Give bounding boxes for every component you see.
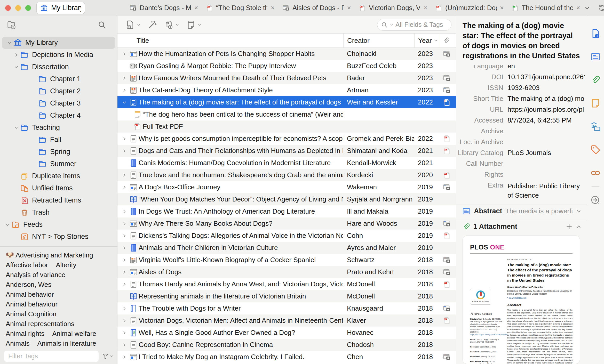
chevron-down-icon[interactable] (576, 208, 582, 214)
item-row[interactable]: Canis Modernis: Human/Dog Coevolution in… (117, 157, 456, 169)
item-info-icon[interactable] (590, 28, 601, 39)
chevron-right-icon[interactable] (121, 209, 128, 214)
item-row[interactable]: Dogs and Cats and Their Relationships wi… (117, 145, 456, 157)
field-value[interactable]: Publisher: Public Library of Science (503, 180, 585, 200)
tag-selector-item[interactable]: Animal welfare (52, 329, 96, 338)
tag-selector-item[interactable]: Animals in literature (37, 339, 96, 348)
related-icon[interactable] (590, 168, 601, 178)
item-row[interactable]: Why Are There So Many Books About Dogs?H… (117, 217, 456, 230)
chevron-right-icon[interactable] (121, 136, 128, 141)
tag-selector-item[interactable]: Affective labor (6, 261, 48, 270)
chevron-down-icon[interactable] (12, 64, 20, 70)
close-tab-icon[interactable]: × (499, 4, 504, 12)
tag-selector-item[interactable]: Anderson, Wes (6, 280, 51, 289)
reader-tab[interactable]: Aisles of Dogs - Prat × (278, 0, 355, 16)
minimize-window-button[interactable] (15, 5, 21, 11)
sidebar-item-retracted-items[interactable]: Retracted Items (0, 194, 117, 206)
chevron-right-icon[interactable] (121, 270, 128, 275)
item-row[interactable]: Well, Has a Single Good Author Ever Owne… (117, 327, 456, 339)
abstract-note-icon[interactable] (590, 52, 601, 62)
item-row[interactable]: The Cat-and-Dog Theory of Attachment Sty… (117, 84, 456, 96)
chevron-right-icon[interactable] (121, 318, 128, 323)
sidebar-item-feeds[interactable]: Feeds (0, 219, 117, 231)
sidebar-item-nyt-top-stories[interactable]: NYT > Top Stories (0, 231, 117, 243)
chevron-down-icon[interactable] (4, 222, 11, 227)
item-row[interactable]: True love and the nonhuman: Shakespeare'… (117, 169, 456, 181)
notes-icon[interactable] (590, 98, 601, 108)
chevron-right-icon[interactable] (121, 257, 128, 263)
item-row[interactable]: Victorian Dogs, Victorian Men: Affect an… (117, 314, 456, 327)
item-row[interactable]: How the Humanization of Pets Is Changing… (117, 48, 456, 60)
tag-selector-item[interactable]: Animal Cognition (6, 310, 57, 319)
close-window-button[interactable] (5, 5, 11, 11)
chevron-right-icon[interactable] (121, 148, 128, 153)
sidebar-item-chapter-3[interactable]: Chapter 3 (0, 97, 117, 109)
item-row[interactable]: “When Your Dog Matches Your Decor”: Obje… (117, 193, 456, 205)
chevron-down-icon[interactable] (121, 100, 128, 105)
chevron-right-icon[interactable] (121, 173, 128, 178)
tag-filter-funnel-icon[interactable] (102, 352, 114, 360)
sidebar-item-depictions-in-media[interactable]: Depictions In Media (0, 49, 117, 61)
field-value[interactable]: PLoS Journals (503, 148, 585, 157)
tags-icon[interactable] (590, 144, 601, 155)
field-value[interactable]: https://journals.plos.org/pl … (503, 104, 585, 114)
reader-tab[interactable]: “The Dog Stole the P × (202, 0, 278, 16)
reader-tab[interactable]: Dante’s Dogs - Mang × (125, 0, 202, 16)
new-collection-button[interactable] (7, 20, 17, 30)
field-value[interactable] (503, 137, 585, 138)
tag-selector-item[interactable]: Animal behavior (6, 290, 54, 299)
field-value[interactable]: 8/7/2024, 6:42:55 PM (503, 115, 585, 124)
column-header-creator[interactable]: Creator (343, 34, 414, 47)
chevron-right-icon[interactable] (121, 306, 128, 311)
sidebar-item-unfiled-items[interactable]: Unfiled Items (0, 182, 117, 194)
chevron-up-icon[interactable] (576, 224, 582, 230)
item-row[interactable]: A Dog's Box-Office JourneyWakeman2019 (117, 181, 456, 193)
field-value[interactable] (503, 126, 585, 127)
sidebar-item-chapter-1[interactable]: Chapter 1 (0, 73, 117, 85)
add-attachment-button[interactable] (162, 18, 181, 31)
abstract-section[interactable]: Abstract The media is a powerful forc… (456, 205, 587, 217)
chevron-right-icon[interactable] (121, 88, 128, 93)
chevron-right-icon[interactable] (121, 51, 128, 56)
new-item-button[interactable] (124, 18, 142, 31)
item-child-row[interactable]: Full Text PDF (117, 120, 456, 133)
sidebar-item-my-library[interactable]: My Library (2, 37, 115, 49)
close-tab-icon[interactable]: × (270, 4, 275, 12)
tag-selector-item[interactable]: Animal representations (6, 319, 74, 328)
field-value[interactable]: en (503, 65, 585, 70)
chevron-right-icon[interactable] (121, 282, 128, 287)
chevron-down-icon[interactable] (6, 40, 13, 45)
field-value[interactable]: 10.1371/journal.pone.0261 … (503, 72, 585, 81)
add-by-identifier-button[interactable] (146, 18, 159, 31)
zoom-window-button[interactable] (25, 5, 31, 11)
close-tab-icon[interactable]: × (423, 4, 428, 12)
column-header-title[interactable]: Title (117, 34, 343, 47)
chevron-right-icon[interactable] (121, 221, 128, 226)
tag-selector-item[interactable]: 🐶 Advertising and Marketing (6, 251, 93, 260)
sync-icon[interactable] (598, 4, 604, 12)
chevron-right-icon[interactable] (121, 342, 128, 347)
attachment-preview-card[interactable]: PLOS ONE Check for updates OPEN ACCESS C… (463, 236, 580, 364)
tag-selector-item[interactable]: Animals (6, 339, 29, 348)
sidebar-item-chapter-2[interactable]: Chapter 2 (0, 85, 117, 97)
item-row[interactable]: The making of a (dog) movie star: The ef… (117, 96, 456, 108)
column-header-attachment[interactable] (439, 34, 456, 47)
field-value[interactable]: The making of a (dog) mo … (503, 93, 585, 103)
collection-search-icon[interactable] (98, 20, 106, 29)
tag-selector-item[interactable]: Analysis of variance (6, 270, 65, 279)
column-header-year[interactable]: Year (414, 34, 439, 47)
sidebar-item-dissertation[interactable]: Dissertation (0, 61, 117, 73)
add-attachment-plus-icon[interactable] (566, 223, 573, 230)
libraries-collections-icon[interactable] (590, 121, 601, 132)
chevron-right-icon[interactable] (12, 52, 20, 58)
item-row[interactable]: Dickens's Talking Dogs: Allegories of An… (117, 230, 456, 242)
item-row[interactable]: Ryan Gosling & Margot Robbie: The Puppy … (117, 60, 456, 72)
chevron-right-icon[interactable] (121, 245, 128, 250)
chevron-right-icon[interactable] (121, 76, 128, 81)
tab-list-chevron-icon[interactable] (584, 5, 591, 11)
locate-icon[interactable] (590, 195, 601, 205)
search-field[interactable]: All Fields & Tags (377, 19, 451, 31)
reader-tab[interactable]: The Hound of the Ba × (507, 0, 584, 16)
item-row[interactable]: Animals and Their Children in Victorian … (117, 242, 456, 254)
item-row[interactable]: In Dogs We Trust: An Anthology of Americ… (117, 205, 456, 217)
